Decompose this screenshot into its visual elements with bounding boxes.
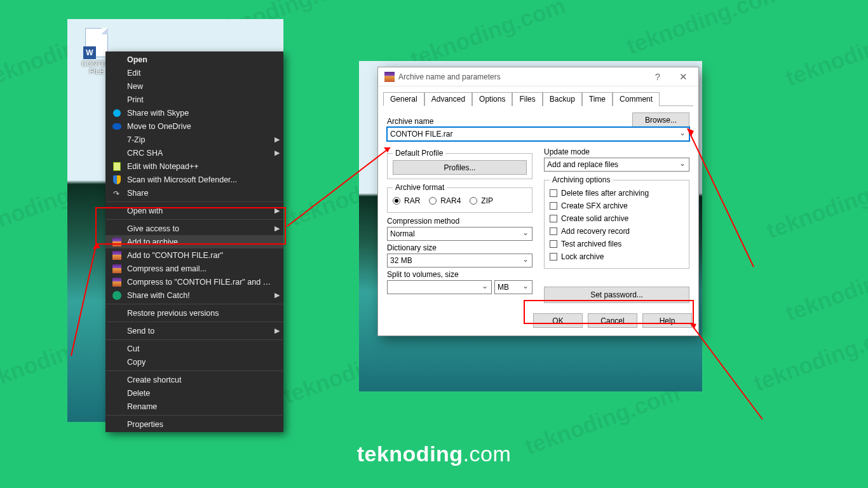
- menu-crcsha[interactable]: CRC SHA▶: [105, 146, 283, 159]
- menu-share-skype[interactable]: Share with Skype: [105, 106, 283, 119]
- archiving-options-label: Archiving options: [550, 175, 613, 184]
- tab-files[interactable]: Files: [512, 92, 542, 106]
- watermark: teknoding.com: [763, 163, 868, 244]
- split-unit-select[interactable]: [494, 280, 532, 294]
- menu-properties[interactable]: Properties: [105, 417, 283, 431]
- winrar-app-icon: [384, 72, 395, 82]
- split-label: Split to volumes, size: [387, 270, 532, 279]
- caption-rest: .com: [463, 442, 512, 466]
- menu-print[interactable]: Print: [105, 93, 283, 106]
- format-rar[interactable]: RAR: [393, 194, 420, 207]
- word-doc-icon: W: [85, 28, 108, 57]
- menu-rename[interactable]: Rename: [105, 400, 283, 413]
- winrar-icon: [112, 278, 121, 287]
- defender-shield-icon: [113, 175, 121, 184]
- browse-button[interactable]: Browse...: [632, 112, 689, 127]
- profiles-button[interactable]: Profiles...: [393, 160, 527, 175]
- chevron-right-icon: ▶: [275, 149, 280, 157]
- menu-give-access[interactable]: Give access to▶: [105, 222, 283, 235]
- archive-format-group: Archive format RAR RAR4 ZIP: [387, 183, 532, 213]
- opt-solid[interactable]: Create solid archive: [550, 212, 684, 225]
- menu-open-with[interactable]: Open with▶: [105, 204, 283, 217]
- menu-send-to[interactable]: Send to▶: [105, 324, 283, 337]
- menu-compress-to-email[interactable]: Compress to "CONTOH FILE.rar" and email: [105, 275, 283, 288]
- help-button-bottom[interactable]: Help: [642, 313, 692, 328]
- tab-advanced[interactable]: Advanced: [424, 92, 472, 106]
- watermark: teknoding.com: [623, 0, 785, 60]
- update-mode-select[interactable]: [544, 158, 689, 172]
- help-button[interactable]: ?: [645, 67, 670, 86]
- menu-open[interactable]: Open: [105, 53, 283, 66]
- catch-icon: [112, 291, 121, 300]
- dialog-titlebar[interactable]: Archive name and parameters ? ✕: [378, 67, 698, 86]
- winrar-icon: [112, 251, 121, 260]
- chevron-right-icon: ▶: [275, 327, 280, 335]
- archive-name-input[interactable]: [387, 127, 689, 141]
- winrar-icon: [112, 264, 121, 273]
- share-icon: [113, 189, 121, 197]
- tab-backup[interactable]: Backup: [543, 92, 582, 106]
- onedrive-icon: [112, 123, 121, 130]
- menu-new[interactable]: New: [105, 79, 283, 93]
- notepadpp-icon: [113, 162, 121, 171]
- split-size-input[interactable]: [387, 280, 492, 294]
- archiving-options-group: Archiving options Delete files after arc…: [544, 175, 689, 269]
- set-password-button[interactable]: Set password...: [544, 287, 689, 303]
- watermark: teknoding.com: [782, 11, 868, 92]
- watermark: teknoding.com: [782, 246, 868, 327]
- menu-compress-email[interactable]: Compress and email...: [105, 262, 283, 275]
- dialog-title: Archive name and parameters: [398, 72, 645, 81]
- dictionary-select[interactable]: [387, 254, 532, 268]
- opt-recovery[interactable]: Add recovery record: [550, 225, 684, 238]
- menu-move-onedrive[interactable]: Move to OneDrive: [105, 119, 283, 133]
- archive-format-label: Archive format: [393, 183, 447, 192]
- menu-7zip[interactable]: 7-Zip▶: [105, 133, 283, 146]
- close-button[interactable]: ✕: [670, 67, 696, 86]
- format-zip[interactable]: ZIP: [470, 194, 493, 207]
- menu-add-to-rar[interactable]: Add to "CONTOH FILE.rar": [105, 248, 283, 262]
- chevron-right-icon: ▶: [275, 135, 280, 144]
- menu-add-to-archive[interactable]: Add to archive...: [105, 235, 283, 248]
- format-rar4[interactable]: RAR4: [429, 194, 461, 207]
- opt-sfx[interactable]: Create SFX archive: [550, 200, 684, 212]
- winrar-icon: [112, 238, 121, 247]
- menu-restore-versions[interactable]: Restore previous versions: [105, 306, 283, 320]
- chevron-right-icon: ▶: [275, 207, 280, 215]
- update-mode-label: Update mode: [544, 147, 689, 156]
- tab-time[interactable]: Time: [582, 92, 613, 106]
- cancel-button[interactable]: Cancel: [588, 313, 637, 328]
- menu-defender[interactable]: Scan with Microsoft Defender...: [105, 173, 283, 186]
- word-glyph: W: [83, 46, 96, 59]
- opt-test[interactable]: Test archived files: [550, 238, 684, 250]
- winrar-dialog: Archive name and parameters ? ✕ General …: [377, 67, 699, 336]
- menu-copy[interactable]: Copy: [105, 355, 283, 369]
- menu-share[interactable]: Share: [105, 186, 283, 200]
- dialog-tabs: General Advanced Options Files Backup Ti…: [378, 86, 698, 105]
- tab-general[interactable]: General: [383, 92, 424, 106]
- default-profile-group: Default Profile Profiles...: [387, 149, 532, 179]
- compression-select[interactable]: [387, 227, 532, 241]
- skype-icon: [113, 109, 121, 117]
- chevron-right-icon: ▶: [275, 291, 280, 299]
- watermark: teknoding.com: [750, 316, 868, 396]
- menu-cut[interactable]: Cut: [105, 342, 283, 355]
- context-menu: Open Edit New Print Share with Skype Mov…: [105, 51, 283, 432]
- menu-notepad[interactable]: Edit with Notepad++: [105, 159, 283, 173]
- opt-lock[interactable]: Lock archive: [550, 250, 684, 263]
- footer-caption: teknoding.com: [0, 442, 868, 466]
- menu-delete[interactable]: Delete: [105, 386, 283, 400]
- ok-button[interactable]: OK: [533, 313, 583, 328]
- chevron-right-icon: ▶: [275, 224, 280, 233]
- menu-share-catch[interactable]: Share with Catch!▶: [105, 288, 283, 302]
- tab-comment[interactable]: Comment: [613, 92, 660, 106]
- dictionary-label: Dictionary size: [387, 243, 532, 252]
- menu-edit[interactable]: Edit: [105, 66, 283, 79]
- opt-delete[interactable]: Delete files after archiving: [550, 187, 684, 200]
- compression-label: Compression method: [387, 217, 532, 226]
- archive-name-label: Archive name: [387, 117, 627, 126]
- caption-bold: teknoding: [357, 442, 463, 466]
- tab-options[interactable]: Options: [472, 92, 512, 106]
- menu-create-shortcut[interactable]: Create shortcut: [105, 373, 283, 386]
- default-profile-label: Default Profile: [393, 149, 445, 158]
